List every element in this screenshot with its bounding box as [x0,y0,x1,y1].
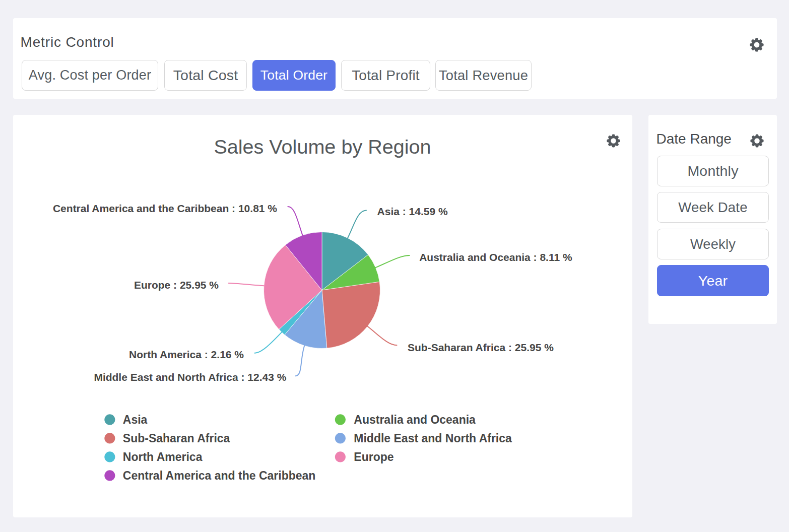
svg-text:Australia and Oceania: Australia and Oceania [354,413,476,426]
svg-text:Australia and Oceania : 8.11 %: Australia and Oceania : 8.11 % [419,251,572,263]
svg-text:North America: North America [123,450,203,463]
svg-text:Central America and the Caribb: Central America and the Caribbean [123,469,316,482]
svg-text:Middle East and North Africa: Middle East and North Africa [354,432,512,445]
svg-text:Asia : 14.59 %: Asia : 14.59 % [377,206,448,217]
svg-text:Sub-Saharan Africa: Sub-Saharan Africa [123,432,230,445]
svg-text:Sales Volume by Region: Sales Volume by Region [214,136,431,158]
svg-text:Europe : 25.95 %: Europe : 25.95 % [134,279,219,291]
svg-text:Asia: Asia [123,413,148,426]
svg-text:Sub-Saharan Africa : 25.95 %: Sub-Saharan Africa : 25.95 % [408,342,554,353]
svg-text:Central America and the Caribb: Central America and the Caribbean : 10.8… [53,203,277,214]
svg-text:North America : 2.16 %: North America : 2.16 % [129,349,244,360]
svg-text:Europe: Europe [354,450,393,463]
svg-text:Middle East and North Africa :: Middle East and North Africa : 12.43 % [94,371,286,383]
